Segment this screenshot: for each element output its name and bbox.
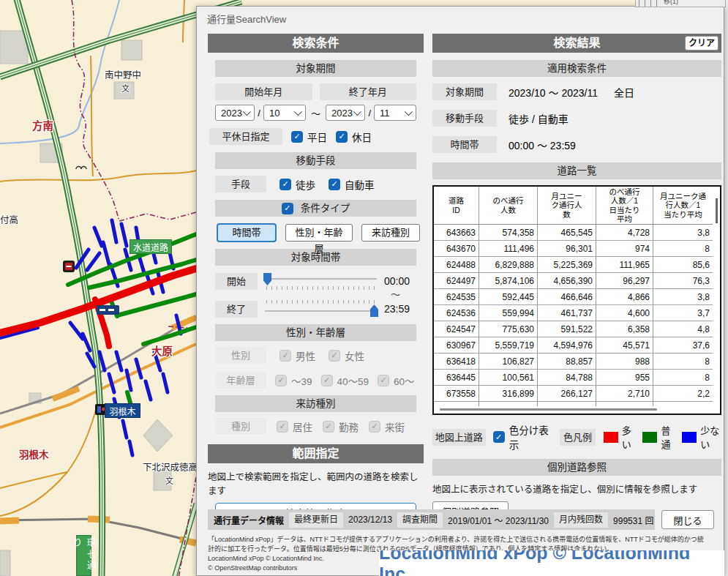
- female-checkbox[interactable]: ✓: [329, 350, 340, 362]
- table-cell: 96,297: [596, 273, 653, 289]
- map-label-school: 南中野中: [105, 67, 141, 81]
- column-header[interactable]: のべ通行 人数: [479, 187, 538, 225]
- table-cell: 466,646: [538, 289, 596, 305]
- worker-checkbox[interactable]: ✓: [323, 421, 334, 433]
- table-cell: 106,827: [479, 354, 538, 370]
- tab-time-range[interactable]: 時間帯: [217, 223, 277, 242]
- legend-label: 多い: [622, 423, 635, 451]
- condition-type-header: ✓ 条件タイプ: [215, 200, 416, 217]
- watermark: LocationMind xPop © LocationMind Inc.: [379, 550, 724, 576]
- age-40-59-label: 40〜59: [337, 373, 369, 388]
- tab-gender-age[interactable]: 性別・年齢層: [285, 224, 353, 242]
- table-row[interactable]: 673558316,899266,1272,7102,2: [434, 386, 713, 402]
- end-month-select[interactable]: 11: [374, 105, 416, 121]
- time-range-header: 対象時間帯: [215, 249, 416, 266]
- visitor-checkbox[interactable]: ✓: [369, 421, 380, 433]
- weekday-checkbox-label: 平日: [307, 130, 327, 144]
- walk-checkbox[interactable]: ✓: [279, 179, 291, 190]
- table-row[interactable]: 624535592,445466,6464,8663,8: [434, 289, 713, 305]
- holiday-checkbox[interactable]: ✓: [336, 131, 348, 143]
- transport-label: 手段: [215, 176, 266, 192]
- table-cell: 559,994: [479, 305, 538, 321]
- table-row[interactable]: 643663574,358465,5454,7283,8: [434, 225, 713, 241]
- legend-item: 少ない: [682, 423, 721, 451]
- table-cell: 775,630: [479, 321, 538, 337]
- resident-checkbox[interactable]: ✓: [277, 421, 288, 433]
- no-entry-icon: [63, 261, 75, 272]
- table-cell: 988: [596, 354, 653, 370]
- table-cell: 8: [653, 241, 713, 257]
- table-cell: 630967: [434, 337, 479, 354]
- slider-thumb[interactable]: [263, 273, 271, 285]
- gender-age-header: 性別・年齢層: [215, 324, 416, 341]
- table-row[interactable]: 6244975,874,1064,656,39096,29776,3: [434, 273, 713, 289]
- school-symbol: 文: [121, 82, 130, 94]
- transport-header: 移動手段: [215, 152, 416, 169]
- car-checkbox[interactable]: ✓: [329, 179, 340, 190]
- legend-item: 普通: [642, 423, 674, 451]
- color-display-checkbox[interactable]: ✓: [493, 431, 505, 443]
- applied-transport-value: 徒歩 / 自動車: [509, 111, 568, 126]
- table-row[interactable]: 636445100,56184,7889558: [434, 370, 713, 386]
- table-row[interactable]: 624547775,630591,5226,3584,8: [434, 321, 713, 337]
- table-cell: 2,2: [653, 386, 713, 402]
- visitor-label: 来街: [385, 419, 405, 434]
- table-cell: 591,522: [538, 321, 596, 337]
- weekday-checkbox[interactable]: ✓: [291, 131, 303, 143]
- legend-label: 少ない: [700, 423, 721, 451]
- column-header[interactable]: 月ユニーク通 行人数／1 当たり平均: [653, 187, 713, 225]
- end-year-select[interactable]: 2023: [326, 105, 365, 121]
- table-cell: 624536: [434, 305, 479, 321]
- slider-thumb[interactable]: [370, 304, 378, 317]
- horizontal-scrollbar[interactable]: [440, 408, 657, 411]
- window-edge-strip: [724, 0, 728, 576]
- male-checkbox[interactable]: ✓: [279, 350, 291, 362]
- start-month-select[interactable]: 10: [263, 105, 306, 121]
- start-year-select[interactable]: 2023: [215, 105, 255, 121]
- table-cell: 8: [653, 354, 713, 370]
- road-table[interactable]: 道路 IDのべ通行 人数月ユニー ク通行人 数のべ通行 人数／1 日当たり 平均…: [434, 187, 713, 406]
- column-header[interactable]: 月ユニー ク通行人 数: [538, 187, 596, 225]
- time-start-slider[interactable]: [263, 272, 378, 291]
- disclaimer-line1: 「LocationMind xPop」データは、NTTドコモが提供するアプリケー…: [208, 535, 716, 545]
- table-cell: 4,594,976: [538, 337, 596, 354]
- close-button[interactable]: 閉じる: [661, 510, 714, 529]
- chevron-down-icon: [243, 108, 251, 116]
- tab-visit-type[interactable]: 来訪種別: [361, 224, 420, 242]
- table-cell: 111,496: [479, 241, 538, 257]
- table-row[interactable]: 624536559,994461,7374,6003,7: [434, 305, 713, 321]
- table-cell: 4,728: [596, 225, 653, 241]
- table-cell: 624497: [434, 273, 479, 289]
- age-over60-checkbox[interactable]: ✓: [378, 375, 389, 386]
- date-slash: /: [368, 108, 371, 119]
- applied-period-value: 2023/10 〜 2023/11: [509, 85, 598, 100]
- column-header[interactable]: 道路 ID: [434, 187, 479, 225]
- clear-button[interactable]: クリア: [685, 36, 718, 51]
- applied-period-label: 対象期間: [432, 83, 497, 100]
- car-checkbox-label: 自動車: [345, 177, 375, 192]
- table-row[interactable]: 6244886,829,8885,225,369111,96585,6: [434, 257, 713, 273]
- vertical-scrollbar[interactable]: [716, 198, 718, 223]
- table-row[interactable]: 6309675,559,7194,594,97645,57137,6: [434, 337, 713, 354]
- legend-label: 普通: [661, 423, 674, 451]
- traffic-data-info-label: 通行量データ情報: [214, 514, 284, 526]
- table-cell: 45,571: [596, 337, 653, 354]
- time-end-slider[interactable]: [263, 299, 378, 318]
- range-description: 地図上で検索範囲を指定し、範囲内の道路を検索します: [208, 469, 424, 497]
- column-header[interactable]: のべ通行 人数／1 日当たり 平均: [596, 187, 653, 225]
- road-list-header: 道路一覧: [432, 162, 721, 179]
- age-under39-checkbox[interactable]: ✓: [275, 375, 287, 386]
- age-under39-label: 〜39: [291, 373, 312, 388]
- table-cell: 84,788: [538, 370, 596, 386]
- table-row[interactable]: 643670111,49696,3019748: [434, 241, 713, 257]
- table-cell: 76,3: [653, 273, 713, 289]
- chevron-down-icon: [294, 108, 302, 116]
- age-40-59-checkbox[interactable]: ✓: [321, 375, 333, 386]
- survey-period-label: 調査期間: [397, 512, 443, 528]
- table-cell: 6,358: [596, 321, 653, 337]
- survey-period-value: 2019/01/01 〜 2023/11/30: [448, 514, 549, 526]
- table-cell: 624547: [434, 321, 479, 337]
- table-row[interactable]: 636418106,82788,8579888: [434, 354, 713, 370]
- condition-type-checkbox[interactable]: ✓: [282, 203, 293, 214]
- color-legend-label: 色凡例: [560, 429, 595, 446]
